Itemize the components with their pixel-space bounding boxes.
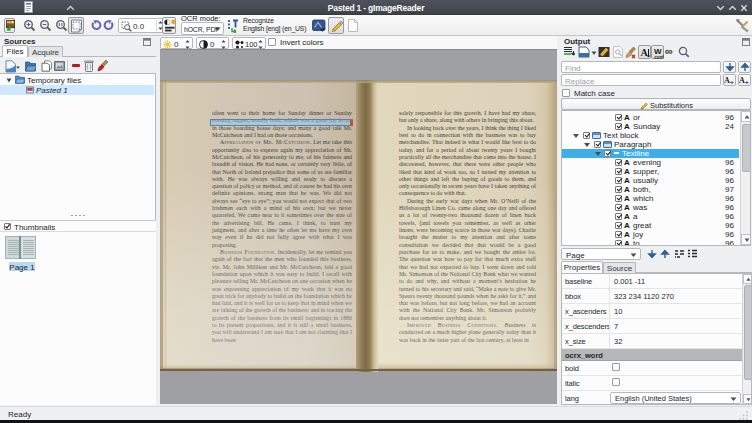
svg-text:A: A (739, 76, 745, 85)
svg-text:conf: conf (654, 54, 664, 59)
svg-text:A: A (724, 76, 730, 85)
